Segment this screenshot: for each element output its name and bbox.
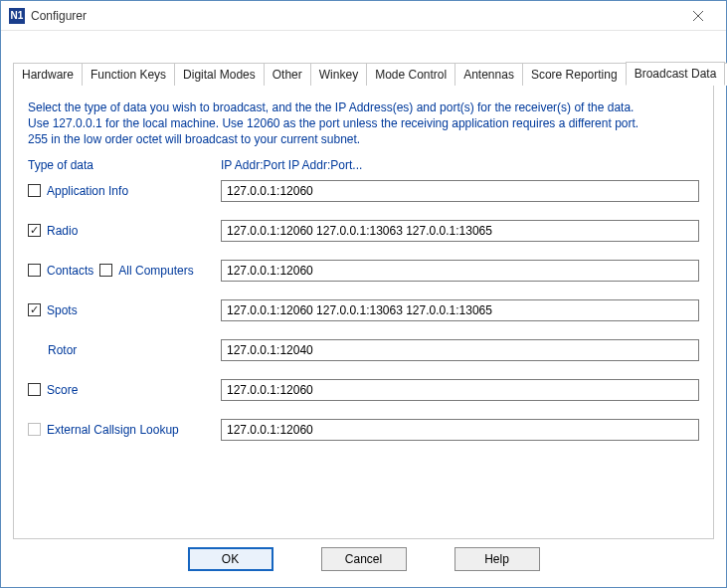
close-icon [693,11,703,21]
help-button[interactable]: Help [454,547,540,571]
row-contacts: Contacts All Computers [28,260,699,282]
spots-input[interactable] [221,299,699,321]
row-score: Score [28,379,699,401]
header-type-of-data: Type of data [28,158,221,172]
broadcast-data-panel: Select the type of data you wish to broa… [13,86,714,539]
checkbox-icon [28,184,41,197]
close-button[interactable] [678,4,718,28]
client-area: Hardware Function Keys Digital Modes Oth… [1,31,726,587]
intro-line-3: 255 in the low order octet will broadcas… [28,131,699,147]
all-computers-checkbox[interactable]: All Computers [99,264,193,278]
tabstrip: Hardware Function Keys Digital Modes Oth… [13,61,714,86]
titlebar: N1 Configurer [1,1,726,31]
score-input[interactable] [221,379,699,401]
app-icon: N1 [9,8,25,24]
rotor-input[interactable] [221,339,699,361]
contacts-label: Contacts [47,264,93,278]
rotor-label: Rotor [28,343,77,357]
all-computers-label: All Computers [118,264,193,278]
score-label: Score [47,383,78,397]
spots-label: Spots [47,303,78,317]
configurer-window: N1 Configurer Hardware Function Keys Dig… [0,0,727,588]
external-callsign-lookup-label: External Callsign Lookup [47,423,179,437]
cancel-button[interactable]: Cancel [321,547,407,571]
radio-input[interactable] [221,220,699,242]
row-external-callsign-lookup: External Callsign Lookup [28,419,699,441]
row-rotor: Rotor [28,339,699,361]
external-callsign-lookup-input[interactable] [221,419,699,441]
window-title: Configurer [31,9,87,23]
checkbox-icon [99,264,112,277]
checkbox-icon [28,423,41,436]
application-info-label: Application Info [47,184,128,198]
tab-digital-modes[interactable]: Digital Modes [174,63,265,86]
spots-checkbox[interactable]: ✓ Spots [28,303,78,317]
column-headers: Type of data IP Addr:Port IP Addr:Port..… [28,158,699,172]
external-callsign-lookup-checkbox[interactable]: External Callsign Lookup [28,423,179,437]
intro-line-1: Select the type of data you wish to broa… [28,99,699,115]
checkbox-icon [28,383,41,396]
application-info-checkbox[interactable]: Application Info [28,184,128,198]
tab-function-keys[interactable]: Function Keys [82,63,175,86]
intro-text: Select the type of data you wish to broa… [28,99,699,148]
header-ip-addr-port: IP Addr:Port IP Addr:Port... [221,158,362,172]
row-radio: ✓ Radio [28,220,699,242]
checkbox-icon: ✓ [28,303,41,316]
dialog-buttons: OK Cancel Help [13,539,714,575]
tab-mode-control[interactable]: Mode Control [366,63,455,86]
checkbox-icon: ✓ [28,224,41,237]
contacts-input[interactable] [221,260,699,282]
intro-line-2: Use 127.0.0.1 for the local machine. Use… [28,115,699,131]
radio-label: Radio [47,224,78,238]
radio-checkbox[interactable]: ✓ Radio [28,224,78,238]
tab-other[interactable]: Other [264,63,311,86]
row-spots: ✓ Spots [28,299,699,321]
tab-antennas[interactable]: Antennas [454,63,523,86]
checkbox-icon [28,264,41,277]
row-application-info: Application Info [28,180,699,202]
tab-score-reporting[interactable]: Score Reporting [522,63,627,86]
tab-hardware[interactable]: Hardware [13,63,83,86]
ok-button[interactable]: OK [188,547,273,571]
score-checkbox[interactable]: Score [28,383,78,397]
tab-broadcast-data[interactable]: Broadcast Data [626,62,726,86]
application-info-input[interactable] [221,180,699,202]
contacts-checkbox[interactable]: Contacts [28,264,93,278]
tab-winkey[interactable]: Winkey [310,63,367,86]
